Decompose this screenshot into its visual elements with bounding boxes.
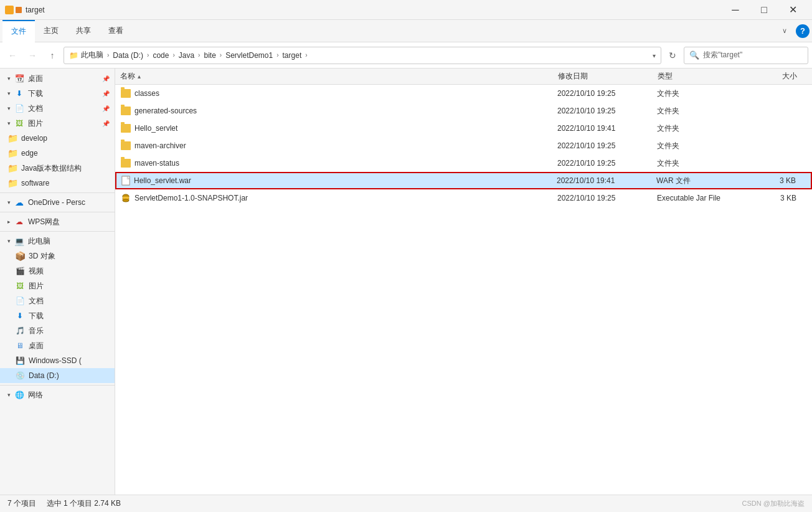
tab-file[interactable]: 文件 bbox=[2, 20, 35, 42]
breadcrumb-folder-icon: 📁 bbox=[69, 51, 78, 60]
tab-home[interactable]: 主页 bbox=[35, 20, 67, 42]
breadcrumb-target[interactable]: target bbox=[283, 51, 302, 60]
breadcrumb-thispc[interactable]: 此电脑 bbox=[81, 50, 103, 60]
table-row[interactable]: Hello_servlet.war 2022/10/10 19:41 WAR 文… bbox=[115, 172, 812, 189]
expand-icon: ▾ bbox=[7, 238, 11, 244]
doc-folder-icon: 📄 bbox=[14, 103, 24, 113]
breadcrumb-datad[interactable]: Data (D:) bbox=[113, 51, 143, 60]
file-date-generated: 2022/10/10 19:25 bbox=[557, 107, 657, 115]
tab-view[interactable]: 查看 bbox=[100, 20, 132, 42]
develop-folder-icon: 📁 bbox=[7, 133, 17, 143]
onedrive-icon: ☁ bbox=[14, 197, 24, 207]
sidebar-label-3d: 3D 对象 bbox=[29, 251, 55, 262]
status-item-count: 7 个项目 选中 1 个项目 2.74 KB bbox=[7, 498, 121, 509]
breadcrumb-bite[interactable]: bite bbox=[204, 51, 215, 60]
ribbon-help-button[interactable]: ? bbox=[796, 24, 810, 38]
sidebar-item-pictures[interactable]: 🖼 图片 bbox=[0, 278, 115, 293]
sidebar-item-develop[interactable]: 📁 develop bbox=[0, 131, 115, 146]
maximize-button[interactable]: □ bbox=[750, 0, 778, 20]
expand-icon: ▸ bbox=[7, 219, 11, 225]
back-button[interactable]: ← bbox=[4, 47, 21, 64]
col-header-date[interactable]: 修改日期 bbox=[558, 71, 658, 82]
jar-file-icon bbox=[121, 193, 131, 203]
address-bar-area: ← → ↑ 📁 此电脑 › Data (D:) › code › Java › … bbox=[0, 42, 812, 69]
sidebar-item-pic[interactable]: ▾ 🖼 图片 📌 bbox=[0, 116, 115, 131]
sidebar: ▾ 📆 桌面 📌 ▾ ⬇ 下载 📌 ▾ 📄 文档 📌 ▾ 🖼 图片 📌 📁 de… bbox=[0, 69, 115, 495]
sidebar-item-network[interactable]: ▾ 🌐 网络 bbox=[0, 387, 115, 402]
table-row[interactable]: generated-sources 2022/10/10 19:25 文件夹 bbox=[115, 102, 812, 120]
folder-icon-maven-archiver bbox=[121, 141, 131, 150]
file-date-maven-status: 2022/10/10 19:25 bbox=[557, 159, 657, 168]
java-data-folder-icon: 📁 bbox=[7, 163, 17, 173]
winssd-icon: 💾 bbox=[15, 356, 25, 366]
app-icon-orange bbox=[16, 7, 22, 13]
col-header-type[interactable]: 类型 bbox=[658, 71, 757, 82]
sidebar-label-winssd: Windows-SSD ( bbox=[29, 356, 82, 365]
sidebar-bottom-space bbox=[0, 402, 115, 406]
file-type-classes: 文件夹 bbox=[657, 88, 757, 99]
sidebar-item-winssdc[interactable]: 💾 Windows-SSD ( bbox=[0, 353, 115, 368]
sidebar-item-onedrive[interactable]: ▾ ☁ OneDrive - Persc bbox=[0, 195, 115, 210]
address-dropdown-icon[interactable] bbox=[653, 51, 656, 60]
file-type-generated: 文件夹 bbox=[657, 106, 757, 116]
minimize-button[interactable]: ─ bbox=[721, 0, 750, 20]
sidebar-item-documents[interactable]: 📄 文档 bbox=[0, 293, 115, 308]
sidebar-item-wps[interactable]: ▸ ☁ WPS网盘 bbox=[0, 214, 115, 229]
breadcrumb-code[interactable]: code bbox=[153, 51, 169, 60]
refresh-button[interactable]: ↻ bbox=[664, 47, 681, 64]
close-button[interactable]: ✕ bbox=[778, 0, 807, 20]
desktop2-icon: 🖥 bbox=[15, 341, 25, 351]
file-type-jar: Executable Jar File bbox=[657, 194, 757, 202]
ribbon-expand-button[interactable]: ∨ bbox=[776, 22, 793, 40]
sidebar-label-pic: 图片 bbox=[28, 118, 43, 129]
sidebar-label-network: 网络 bbox=[28, 390, 43, 401]
expand-icon: ▾ bbox=[7, 90, 11, 97]
sidebar-label-desktop: 桌面 bbox=[28, 73, 43, 84]
tab-share[interactable]: 共享 bbox=[67, 20, 100, 42]
folder-icon-generated bbox=[121, 107, 131, 115]
pc-icon: 💻 bbox=[14, 236, 24, 246]
sidebar-item-desktop[interactable]: ▾ 📆 桌面 📌 bbox=[0, 71, 115, 86]
file-area: 名称 修改日期 类型 大小 classes 2022/10/10 19:25 文… bbox=[115, 69, 812, 495]
file-type-hello-servlet-dir: 文件夹 bbox=[657, 123, 757, 134]
sidebar-label-video: 视频 bbox=[29, 266, 44, 277]
sidebar-item-downloads[interactable]: ⬇ 下载 bbox=[0, 308, 115, 323]
sidebar-item-datad[interactable]: 💿 Data (D:) bbox=[0, 368, 115, 383]
sidebar-item-desktop2[interactable]: 🖥 桌面 bbox=[0, 338, 115, 353]
forward-button[interactable]: → bbox=[24, 47, 41, 64]
address-bar[interactable]: 📁 此电脑 › Data (D:) › code › Java › bite ›… bbox=[64, 47, 661, 64]
expand-icon: ▾ bbox=[7, 120, 11, 126]
up-button[interactable]: ↑ bbox=[44, 47, 61, 64]
sidebar-item-download[interactable]: ▾ ⬇ 下载 📌 bbox=[0, 86, 115, 101]
sidebar-item-music[interactable]: 🎵 音乐 bbox=[0, 323, 115, 338]
sidebar-item-3d[interactable]: 📦 3D 对象 bbox=[0, 249, 115, 263]
software-folder-icon: 📁 bbox=[7, 178, 17, 188]
breadcrumb-servletdemo1[interactable]: ServletDemo1 bbox=[225, 51, 273, 60]
col-header-name[interactable]: 名称 bbox=[120, 71, 558, 82]
app-icon-yellow bbox=[5, 6, 14, 14]
table-row[interactable]: classes 2022/10/10 19:25 文件夹 bbox=[115, 85, 812, 102]
sidebar-label-documents: 文档 bbox=[29, 296, 44, 306]
table-row[interactable]: maven-archiver 2022/10/10 19:25 文件夹 bbox=[115, 137, 812, 154]
sidebar-label-downloads: 下载 bbox=[29, 311, 44, 321]
file-date-maven-archiver: 2022/10/10 19:25 bbox=[557, 141, 657, 150]
sidebar-item-doc[interactable]: ▾ 📄 文档 📌 bbox=[0, 101, 115, 116]
col-header-size[interactable]: 大小 bbox=[757, 71, 807, 82]
sidebar-item-edge[interactable]: 📁 edge bbox=[0, 146, 115, 161]
table-row[interactable]: Hello_servlet 2022/10/10 19:41 文件夹 bbox=[115, 120, 812, 137]
sidebar-item-video[interactable]: 🎬 视频 bbox=[0, 263, 115, 278]
table-row[interactable]: ServletDemo1-1.0-SNAPSHOT.jar 2022/10/10… bbox=[115, 189, 812, 207]
main-layout: ▾ 📆 桌面 📌 ▾ ⬇ 下载 📌 ▾ 📄 文档 📌 ▾ 🖼 图片 📌 📁 de… bbox=[0, 69, 812, 495]
breadcrumb-java[interactable]: Java bbox=[179, 51, 194, 60]
search-box[interactable]: 🔍 搜索"target" bbox=[684, 47, 808, 64]
sidebar-label-pictures: 图片 bbox=[29, 281, 44, 292]
search-placeholder: 搜索"target" bbox=[703, 50, 742, 60]
sidebar-item-java-data[interactable]: 📁 Java版本数据结构 bbox=[0, 161, 115, 176]
sidebar-label-doc: 文档 bbox=[28, 103, 43, 114]
file-name-generated: generated-sources bbox=[121, 107, 557, 115]
sidebar-item-thispc[interactable]: ▾ 💻 此电脑 bbox=[0, 234, 115, 249]
sidebar-label-edge: edge bbox=[21, 149, 38, 158]
sidebar-item-software[interactable]: 📁 software bbox=[0, 176, 115, 191]
table-row[interactable]: maven-status 2022/10/10 19:25 文件夹 bbox=[115, 154, 812, 172]
expand-icon: ▾ bbox=[7, 75, 11, 82]
